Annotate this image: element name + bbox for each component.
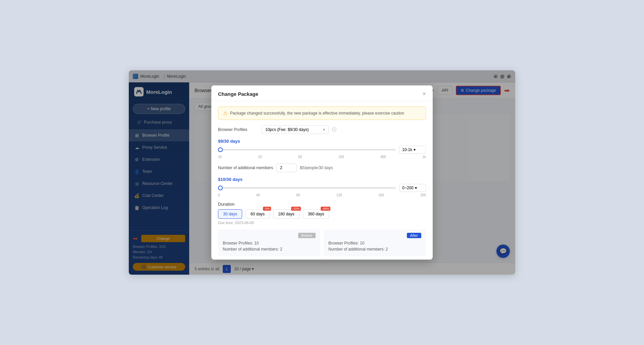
duration-label: Duration	[218, 202, 426, 207]
duration-section: Duration 30 days 60 days -5% 180 days -1…	[218, 202, 426, 225]
discount-360-badge: -40%	[321, 207, 330, 211]
due-time-label: Due time:	[218, 221, 234, 225]
after-bp: Browser Profiles: 10	[328, 241, 421, 246]
browser-profiles-row: Browser Profiles 10pcs (Fee: $9/30 days)…	[218, 125, 426, 134]
duration-60-btn[interactable]: 60 days	[246, 209, 270, 219]
comparison-section: Before Browser Profiles: 10 Number of ad…	[218, 229, 426, 256]
dialog-body: ⚠ Package changed successfully, the new …	[211, 101, 433, 260]
after-header: After	[328, 233, 421, 238]
duration-180-btn[interactable]: 180 days	[273, 209, 300, 219]
info-icon-1[interactable]: ⓘ	[332, 127, 336, 133]
slider2-labels: 0 40 80 120 160 200	[218, 193, 426, 197]
slider2-price: $10/30 days	[218, 177, 426, 182]
profiles-select[interactable]: 10pcs (Fee: $9/30 days) ▾	[262, 125, 329, 134]
slider1-labels: 10 20 50 150 400 1k	[218, 155, 426, 159]
after-members: Number of additional members: 2	[328, 247, 421, 252]
slider1-price: $9/30 days	[218, 139, 426, 144]
profiles-select-value: 10pcs (Fee: $9/30 days)	[265, 127, 309, 132]
slider1-track[interactable]	[218, 149, 396, 150]
before-header: Before	[223, 233, 316, 238]
profiles-chevron-icon: ▾	[323, 127, 325, 132]
dialog-overlay: Change Package × ⚠ Package changed succe…	[189, 82, 515, 275]
members-row: Number of additional members $5/people/3…	[218, 163, 426, 172]
slider1-row: 10-1k ▾	[218, 146, 426, 154]
slider2-section: $10/30 days 0~200 ▾	[218, 177, 426, 197]
after-panel: After Browser Profiles: 10 Number of add…	[324, 229, 426, 256]
due-time: Due time: 2023-08-09	[218, 221, 426, 225]
duration-options: 30 days 60 days -5% 180 days -15%	[218, 209, 426, 219]
main-content: Browser Pr... ? 🔧 🔔 ML MoreLogin Support…	[189, 82, 515, 275]
duration-30-btn[interactable]: 30 days	[218, 209, 242, 219]
slider2-row: 0~200 ▾	[218, 184, 426, 192]
before-bp: Browser Profiles: 10	[223, 241, 316, 246]
duration-180-wrapper: 180 days -15%	[273, 209, 300, 219]
app-body: MoreLogin + New profile 🛒 Purchase proxy…	[129, 82, 515, 275]
duration-360-wrapper: 360 days -40%	[303, 209, 329, 219]
members-input[interactable]	[276, 163, 297, 172]
dialog-header: Change Package ×	[211, 85, 433, 101]
duration-60-wrapper: 60 days -5%	[246, 209, 270, 219]
slider2-track[interactable]	[218, 187, 396, 189]
slider1-chevron-icon: ▾	[414, 147, 416, 152]
members-price-label: $5/people/30 days	[300, 165, 333, 170]
slider2-dropdown[interactable]: 0~200 ▾	[399, 184, 426, 192]
slider1-section: $9/30 days 10-1k ▾	[218, 139, 426, 159]
dialog-close-btn[interactable]: ×	[422, 91, 426, 97]
dialog-title: Change Package	[218, 91, 258, 97]
success-message: Package changed successfully, the new pa…	[230, 111, 404, 116]
before-panel: Before Browser Profiles: 10 Number of ad…	[218, 229, 320, 256]
app-window: MoreLogin | MoreLogin − □ × MoreLogin + …	[129, 70, 515, 275]
bp-form-label: Browser Profiles	[218, 127, 258, 132]
discount-180-badge: -15%	[291, 207, 301, 211]
slider2-thumb[interactable]	[218, 186, 223, 190]
slider2-dropdown-value: 0~200	[402, 186, 414, 190]
success-banner: ⚠ Package changed successfully, the new …	[218, 107, 426, 120]
members-label: Number of additional members	[218, 165, 273, 170]
duration-360-btn[interactable]: 360 days	[303, 209, 329, 219]
after-label: After	[407, 233, 421, 238]
slider1-dropdown-value: 10-1k	[402, 147, 412, 152]
slider2-chevron-icon: ▾	[415, 186, 417, 190]
before-label: Before	[298, 233, 316, 238]
due-time-value: 2023-08-09	[235, 221, 254, 225]
slider1-thumb[interactable]	[218, 147, 223, 152]
slider1-dropdown[interactable]: 10-1k ▾	[399, 146, 426, 154]
discount-60-badge: -5%	[263, 207, 271, 211]
before-members: Number of additional members: 2	[223, 247, 316, 252]
warning-icon: ⚠	[223, 110, 227, 116]
change-package-dialog: Change Package × ⚠ Package changed succe…	[211, 85, 433, 260]
